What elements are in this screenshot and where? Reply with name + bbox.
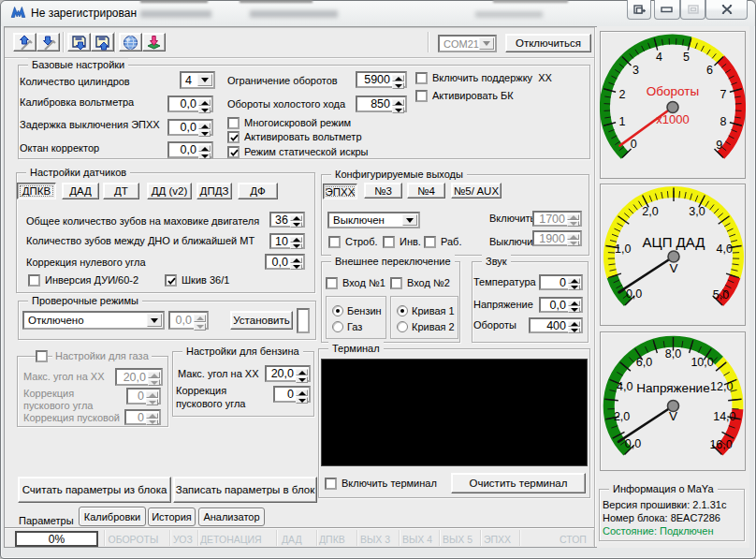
- svg-text:4: 4: [656, 51, 662, 64]
- svg-text:4,0: 4,0: [617, 380, 632, 393]
- svg-text:5,0: 5,0: [713, 288, 729, 302]
- svg-text:1: 1: [618, 115, 625, 128]
- svg-text:2: 2: [618, 88, 625, 101]
- svg-text:8,0: 8,0: [665, 347, 681, 360]
- svg-text:6,0: 6,0: [636, 356, 652, 369]
- svg-text:16,0: 16,0: [709, 438, 732, 451]
- svg-text:8: 8: [720, 115, 727, 128]
- svg-text:1,0: 1,0: [615, 243, 631, 256]
- svg-text:7: 7: [720, 88, 727, 101]
- svg-text:V: V: [669, 261, 677, 275]
- svg-text:3: 3: [632, 64, 639, 77]
- svg-text:0: 0: [631, 138, 637, 151]
- svg-text:5: 5: [683, 51, 690, 64]
- svg-text:4,0: 4,0: [717, 243, 733, 256]
- svg-text:3,0: 3,0: [689, 205, 705, 218]
- svg-text:9: 9: [716, 139, 722, 152]
- svg-text:Напряжение: Напряжение: [636, 381, 709, 395]
- svg-text:6: 6: [706, 64, 713, 77]
- svg-text:2,0: 2,0: [642, 205, 658, 218]
- svg-text:Обороты: Обороты: [647, 84, 699, 98]
- svg-text:10,0: 10,0: [691, 356, 713, 369]
- svg-text:14,0: 14,0: [713, 410, 735, 423]
- svg-text:0,0: 0,0: [626, 287, 642, 301]
- svg-text:2,0: 2,0: [614, 410, 630, 423]
- svg-text:0,0: 0,0: [625, 437, 641, 450]
- svg-text:12,0: 12,0: [710, 380, 733, 393]
- svg-text:АЦП ДАД: АЦП ДАД: [643, 234, 705, 250]
